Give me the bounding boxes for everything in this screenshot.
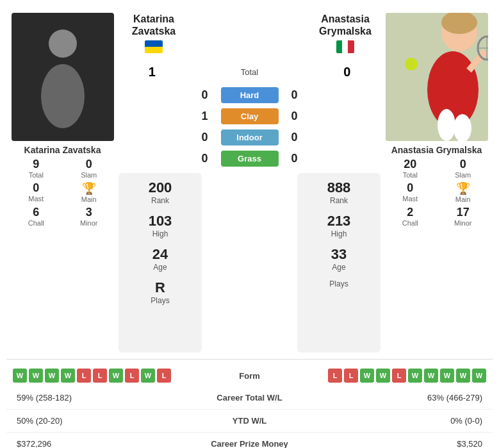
- right-rank-block: 888 Rank: [327, 179, 351, 205]
- grass-right-val: 0: [285, 152, 304, 165]
- right-player-svg: [386, 13, 488, 141]
- form-badge-r-8: W: [456, 369, 470, 383]
- right-mast-stat: 0 Mast: [387, 181, 434, 203]
- left-main-lbl: Main: [81, 195, 97, 203]
- right-ph-name-l1: Anastasia: [310, 13, 380, 25]
- form-badge-l-9: L: [157, 369, 171, 383]
- right-player-name: Anastasia Grymalska: [391, 145, 482, 155]
- career-wl-label: Career Total W/L: [154, 386, 345, 410]
- right-total-match: 0: [314, 65, 381, 79]
- right-player-stats: 20 Total 0 Slam 0 Mast 🏆 Main 2 Chall: [380, 158, 493, 227]
- left-minor-val: 3: [86, 206, 92, 219]
- form-section: W W W W L L W L W L Form L L W W L W W W: [6, 359, 493, 386]
- right-ph-name-l2: Grymalska: [310, 25, 380, 37]
- left-stats-panel: 200 Rank 103 High 24 Age R Plays: [119, 173, 202, 353]
- form-badge-r-5: W: [408, 369, 422, 383]
- clay-right-val: 0: [285, 110, 304, 123]
- names-row: Katarina Zavatska Anastasia Grymalska: [119, 13, 380, 58]
- left-name-block: Katarina Zavatska: [119, 13, 189, 58]
- left-trophy: 🏆 Main: [66, 181, 113, 203]
- indoor-right-val: 0: [285, 131, 304, 144]
- right-age-num: 33: [331, 246, 347, 263]
- form-badge-l-2: W: [45, 369, 59, 383]
- table-row: 50% (20-20) YTD W/L 0% (0-0): [6, 410, 493, 433]
- stats-table: 59% (258-182) Career Total W/L 63% (466-…: [6, 386, 493, 448]
- right-player-col: Anastasia Grymalska 20 Total 0 Slam 0 Ma…: [380, 13, 493, 353]
- total-row: 1 Total 0: [119, 62, 380, 82]
- surface-row-clay: 1 Clay 0: [195, 106, 304, 127]
- left-high-txt: High: [149, 229, 172, 238]
- form-badge-r-9: W: [472, 369, 486, 383]
- form-badge-r-6: W: [424, 369, 438, 383]
- extra-stats-row: 200 Rank 103 High 24 Age R Plays: [119, 173, 380, 353]
- middle-col: Katarina Zavatska Anastasia Grymalska 1: [119, 13, 380, 353]
- left-chall-stat: 6 Chall: [13, 206, 60, 227]
- right-flag: [310, 39, 380, 58]
- right-minor-stat: 17 Minor: [440, 206, 487, 227]
- form-badge-l-5: L: [93, 369, 107, 383]
- left-total-lbl: Total: [29, 171, 44, 179]
- right-high-num: 213: [327, 213, 351, 229]
- left-slam-lbl: Slam: [81, 171, 97, 179]
- right-high-block: 213 High: [327, 213, 351, 238]
- top-area: Katarina Zavatska 9 Total 0 Slam 0 Mast …: [6, 6, 493, 356]
- left-rank-num: 200: [149, 179, 172, 196]
- svg-point-12: [405, 58, 418, 71]
- table-row: 59% (258-182) Career Total W/L 63% (466-…: [6, 386, 493, 410]
- left-chall-lbl: Chall: [28, 219, 44, 227]
- table-row: $372,296 Career Prize Money $3,520: [6, 433, 493, 448]
- surface-row-indoor: 0 Indoor 0: [195, 127, 304, 148]
- right-trophy: 🏆 Main: [440, 181, 487, 203]
- right-minor-lbl: Minor: [454, 219, 472, 227]
- grass-button: Grass: [221, 151, 279, 167]
- form-badge-l-7: L: [125, 369, 139, 383]
- left-mast-lbl: Mast: [28, 195, 44, 203]
- trophy-icon-right: 🏆: [456, 181, 470, 195]
- clay-button: Clay: [221, 108, 279, 124]
- left-mast-val: 0: [33, 181, 39, 195]
- left-plays-block: R Plays: [151, 279, 169, 305]
- left-age-txt: Age: [152, 263, 168, 272]
- left-high-num: 103: [149, 213, 172, 229]
- right-total-val: 20: [404, 158, 416, 171]
- hard-right-val: 0: [285, 88, 304, 102]
- right-name-block: Anastasia Grymalska: [310, 13, 380, 58]
- left-player-name: Katarina Zavatska: [24, 145, 101, 155]
- left-slam-stat: 0 Slam: [66, 158, 113, 179]
- right-chall-lbl: Chall: [402, 219, 418, 227]
- left-chall-val: 6: [33, 206, 39, 219]
- total-label: Total: [186, 67, 314, 77]
- hard-button: Hard: [221, 87, 279, 103]
- left-flag: [119, 39, 189, 58]
- right-age-txt: Age: [331, 263, 347, 272]
- right-plays-block: Plays: [329, 279, 348, 288]
- right-main-lbl: Main: [455, 195, 471, 203]
- hard-left-val: 0: [195, 88, 215, 102]
- form-badges-right: L L W W L W W W W W: [301, 369, 487, 383]
- form-badge-r-3: W: [376, 369, 390, 383]
- form-badge-l-8: W: [141, 369, 155, 383]
- grass-left-val: 0: [195, 152, 215, 165]
- right-chall-stat: 2 Chall: [387, 206, 434, 227]
- prize-left: $372,296: [6, 433, 154, 448]
- form-badge-r-0: L: [328, 369, 342, 383]
- ukraine-flag: [145, 40, 163, 53]
- svg-point-0: [49, 29, 77, 58]
- right-total-stat: 20 Total: [387, 158, 434, 179]
- career-wl-left: 59% (258-182): [6, 386, 154, 410]
- left-high-block: 103 High: [149, 213, 172, 238]
- form-badges-left: W W W W L L W L W L: [13, 369, 199, 383]
- form-badge-l-4: L: [77, 369, 91, 383]
- left-age-num: 24: [152, 246, 168, 263]
- right-chall-val: 2: [407, 206, 413, 219]
- svg-point-10: [438, 109, 455, 141]
- trophy-icon-left: 🏆: [82, 181, 96, 195]
- clay-left-val: 1: [195, 110, 215, 123]
- left-player-col: Katarina Zavatska 9 Total 0 Slam 0 Mast …: [6, 13, 119, 353]
- left-total-match: 1: [119, 65, 186, 79]
- left-player-stats: 9 Total 0 Slam 0 Mast 🏆 Main 6 Chall: [6, 158, 119, 227]
- left-minor-stat: 3 Minor: [66, 206, 113, 227]
- ytd-wl-right: 0% (0-0): [345, 410, 493, 433]
- right-slam-lbl: Slam: [455, 171, 471, 179]
- svg-point-11: [454, 114, 471, 141]
